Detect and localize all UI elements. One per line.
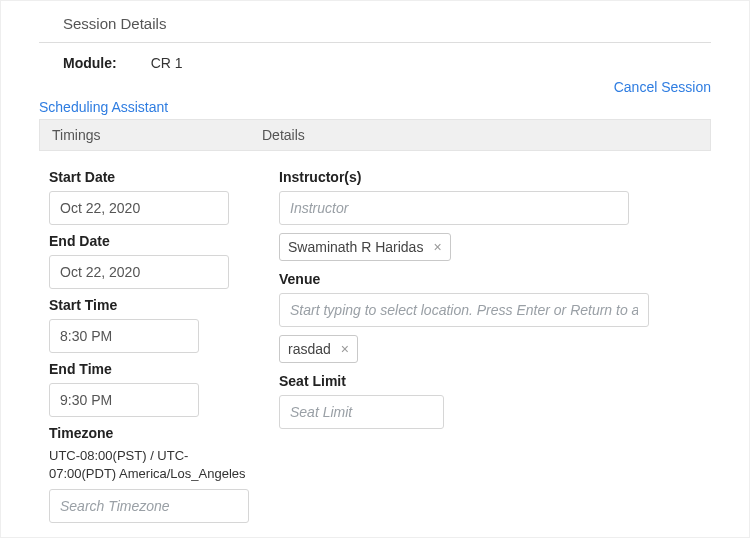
instructor-placeholder: Instructor xyxy=(290,200,348,216)
venue-chip-label: rasdad xyxy=(288,341,331,357)
start-date-input[interactable]: Oct 22, 2020 xyxy=(49,191,229,225)
cancel-session-link[interactable]: Cancel Session xyxy=(614,75,711,99)
start-date-label: Start Date xyxy=(49,169,249,185)
start-time-input[interactable]: 8:30 PM xyxy=(49,319,199,353)
end-time-label: End Time xyxy=(49,361,249,377)
remove-icon[interactable]: × xyxy=(433,240,441,254)
section-header-details: Details xyxy=(250,120,317,150)
instructors-label: Instructor(s) xyxy=(279,169,701,185)
end-date-label: End Date xyxy=(49,233,249,249)
timezone-placeholder: Search Timezone xyxy=(60,498,170,514)
start-time-label: Start Time xyxy=(49,297,249,313)
timings-column: Start Date Oct 22, 2020 End Date Oct 22,… xyxy=(39,163,259,531)
end-date-input[interactable]: Oct 22, 2020 xyxy=(49,255,229,289)
session-details-panel: Session Details Module: CR 1 Cancel Sess… xyxy=(0,0,750,538)
details-column: Instructor(s) Instructor Swaminath R Har… xyxy=(259,163,711,531)
venue-placeholder: Start typing to select location. Press E… xyxy=(290,302,638,318)
seat-limit-placeholder: Seat Limit xyxy=(290,404,352,420)
module-value: CR 1 xyxy=(151,55,183,71)
venue-chip[interactable]: rasdad × xyxy=(279,335,358,363)
module-label: Module: xyxy=(63,55,117,71)
end-date-value: Oct 22, 2020 xyxy=(60,264,140,280)
seat-limit-label: Seat Limit xyxy=(279,373,701,389)
end-time-input[interactable]: 9:30 PM xyxy=(49,383,199,417)
timezone-input[interactable]: Search Timezone xyxy=(49,489,249,523)
remove-icon[interactable]: × xyxy=(341,342,349,356)
venue-input[interactable]: Start typing to select location. Press E… xyxy=(279,293,649,327)
timezone-text: UTC-08:00(PST) / UTC-07:00(PDT) America/… xyxy=(49,447,249,483)
instructor-chip-label: Swaminath R Haridas xyxy=(288,239,423,255)
section-header-timings: Timings xyxy=(40,120,250,150)
instructor-input[interactable]: Instructor xyxy=(279,191,629,225)
section-header-row: Timings Details xyxy=(39,119,711,151)
instructor-chip[interactable]: Swaminath R Haridas × xyxy=(279,233,451,261)
scheduling-assistant-link[interactable]: Scheduling Assistant xyxy=(39,99,711,119)
timezone-label: Timezone xyxy=(49,425,249,441)
start-time-value: 8:30 PM xyxy=(60,328,112,344)
seat-limit-input[interactable]: Seat Limit xyxy=(279,395,444,429)
end-time-value: 9:30 PM xyxy=(60,392,112,408)
module-row: Module: CR 1 xyxy=(39,43,711,71)
start-date-value: Oct 22, 2020 xyxy=(60,200,140,216)
venue-label: Venue xyxy=(279,271,701,287)
page-title: Session Details xyxy=(39,9,711,43)
